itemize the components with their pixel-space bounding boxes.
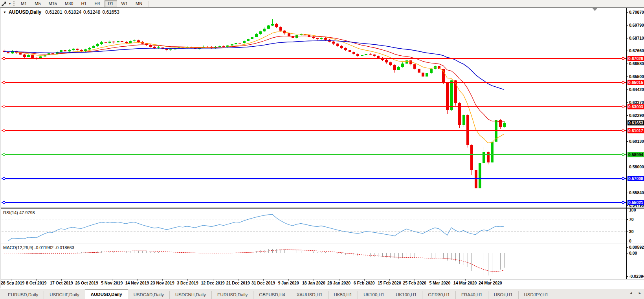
date-label: 12 Dec 2019 bbox=[201, 281, 225, 285]
date-label: 8 Oct 2019 bbox=[26, 281, 47, 285]
date-label: 31 Dec 2019 bbox=[251, 281, 275, 285]
chart-tab-eurusd-daily[interactable]: EURUSD,Daily bbox=[211, 291, 253, 299]
price-tick-0.65500: 0.65500 bbox=[629, 74, 644, 79]
date-label: 21 Dec 2019 bbox=[226, 281, 250, 285]
candles-layer bbox=[3, 19, 506, 193]
chart-tab-ger30-h1[interactable]: GER30,H1 bbox=[422, 291, 455, 299]
rsi-tick-70: 70 bbox=[629, 217, 634, 222]
window-menu-icon[interactable]: ▼ bbox=[3, 11, 6, 14]
price-tick-0.55840: 0.55840 bbox=[629, 190, 644, 195]
hline-badge-0.55021: 0.55021 bbox=[627, 200, 644, 205]
date-label: 26 Oct 2019 bbox=[75, 281, 98, 285]
hline-badge-0.67026: 0.67026 bbox=[627, 56, 644, 61]
ma-fast-line bbox=[4, 32, 504, 143]
chart-title: ▼AUDUSD,Daily0.612810.618240.612480.6165… bbox=[3, 9, 121, 15]
price-tick-0.64420: 0.64420 bbox=[629, 87, 644, 92]
date-label: 3 Dec 2019 bbox=[177, 281, 198, 285]
date-label: 14 Nov 2019 bbox=[125, 281, 149, 285]
chart-tab-xauusd-h1[interactable]: XAUUSD,H1 bbox=[291, 291, 328, 299]
price-tick-0.62290: 0.62290 bbox=[629, 113, 644, 118]
high-value: 0.61824 bbox=[64, 9, 81, 15]
chart-shift-marker[interactable] bbox=[593, 8, 597, 11]
date-label: 15 Feb 2020 bbox=[378, 281, 401, 285]
chart-canvas[interactable] bbox=[0, 0, 644, 289]
price-tick-0.60130: 0.60130 bbox=[629, 139, 644, 144]
price-tick-0.66580: 0.66580 bbox=[629, 61, 644, 66]
rsi-tick-0: 0 bbox=[629, 239, 631, 243]
date-label: 28 Sep 2019 bbox=[1, 281, 24, 285]
date-label: 25 Feb 2020 bbox=[403, 281, 426, 285]
chart-tab-audusd-daily[interactable]: AUDUSD,Daily bbox=[85, 289, 128, 299]
chart-tab-usoil-h1[interactable]: USOil,H1 bbox=[488, 291, 518, 299]
macd-tick-0.005923: 0.005923 bbox=[629, 245, 644, 250]
tab-scroll-right-icon[interactable]: ► bbox=[638, 291, 642, 295]
chart-tab-usdchf-daily[interactable]: USDCHF,Daily bbox=[44, 291, 84, 299]
date-label: 6 Feb 2020 bbox=[354, 281, 375, 285]
macd-histogram bbox=[4, 249, 505, 276]
hline-badge-0.58994: 0.58994 bbox=[627, 152, 644, 157]
date-label: 5 Nov 2019 bbox=[101, 281, 123, 285]
hline-badge-0.65015: 0.65015 bbox=[627, 80, 644, 85]
date-label: 24 Mar 2020 bbox=[479, 281, 502, 285]
hline-badge-0.61017: 0.61017 bbox=[627, 128, 644, 133]
date-label: 17 Oct 2019 bbox=[50, 281, 73, 285]
close-value: 0.61653 bbox=[102, 9, 119, 15]
date-label: 5 Mar 2020 bbox=[429, 281, 451, 285]
price-tick-0.67660: 0.67660 bbox=[629, 48, 644, 53]
price-tick-0.68710: 0.68710 bbox=[629, 36, 644, 40]
chart-tab-eurusd-daily[interactable]: EURUSD,Daily bbox=[2, 291, 44, 299]
chart-tab-bar: EURUSD,DailyUSDCHF,DailyAUDUSD,DailyUSDC… bbox=[0, 289, 644, 299]
date-label: 28 Jan 2020 bbox=[327, 281, 350, 285]
rsi-tick-100: 100 bbox=[629, 208, 636, 212]
price-tick-0.69790: 0.69790 bbox=[629, 23, 644, 27]
date-label: 14 Mar 2020 bbox=[453, 281, 477, 285]
rsi-tick-30: 30 bbox=[629, 229, 634, 234]
chart-tab-gbpusd-h4[interactable]: GBPUSD,H4 bbox=[253, 291, 290, 299]
date-label: 18 Jan 2020 bbox=[302, 281, 325, 285]
tab-scroll-left-icon[interactable]: ◄ bbox=[629, 291, 633, 295]
chart-tab-usdcnh-daily[interactable]: USDCNH,Daily bbox=[169, 291, 211, 299]
chart-tab-fra40-h1[interactable]: FRA40,H1 bbox=[455, 291, 488, 299]
chart-tab-hk50-h1[interactable]: HK50,H1 bbox=[328, 291, 358, 299]
ma-mid-line bbox=[4, 36, 504, 122]
current-price-badge: 0.61653 bbox=[627, 120, 644, 126]
chart-tab-usdcad-daily[interactable]: USDCAD,Daily bbox=[128, 291, 169, 299]
macd-label: MACD(12,26,9) -0.011962 -0.018663 bbox=[3, 245, 74, 250]
low-value: 0.61248 bbox=[83, 9, 100, 15]
price-tick-0.70870: 0.70870 bbox=[629, 10, 644, 15]
macd-tick-0.00: 0.00 bbox=[629, 251, 637, 255]
rsi-line bbox=[8, 214, 504, 241]
date-label: 9 Jan 2020 bbox=[278, 281, 299, 285]
chart-tab-uk100-h1[interactable]: UK100,H1 bbox=[358, 291, 390, 299]
rsi-label: RSI(14) 47.9793 bbox=[3, 210, 35, 215]
price-tick-0.58000: 0.58000 bbox=[629, 164, 644, 169]
open-value: 0.61281 bbox=[45, 9, 62, 15]
chart-tab-usdjpy-h1[interactable]: USDJPY,H1 bbox=[518, 291, 554, 299]
hline-badge-0.63003: 0.63003 bbox=[627, 104, 644, 109]
tab-scroll-arrows: ◄ ► bbox=[629, 291, 642, 295]
macd-tick--0.023944: -0.023944 bbox=[629, 274, 644, 279]
symbol-label: AUDUSD,Daily bbox=[9, 9, 41, 15]
date-label: 23 Nov 2019 bbox=[150, 281, 174, 285]
mt4-window: ▾ M1M5M15M30H1H4D1W1MN ▼AUDUSD,Daily0.61… bbox=[0, 0, 644, 299]
hline-badge-0.57008: 0.57008 bbox=[627, 176, 644, 181]
chart-tab-uk100-h1[interactable]: UK100,H1 bbox=[390, 291, 422, 299]
